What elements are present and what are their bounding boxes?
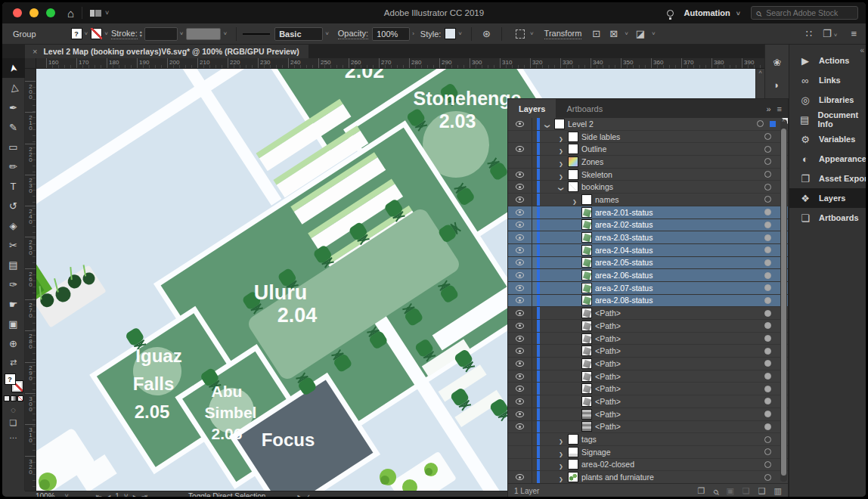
zoom-window-button[interactable] [46, 8, 55, 17]
target-circle[interactable] [764, 423, 771, 430]
layer-name[interactable]: Skeleton [581, 170, 612, 179]
target-circle[interactable] [757, 120, 764, 127]
expand-chevron-icon[interactable] [571, 293, 578, 307]
width-profile-dropdown[interactable] [186, 28, 221, 40]
layer-name[interactable]: tags [581, 435, 597, 444]
layer-row[interactable]: tags [508, 433, 788, 446]
expand-chevron-icon[interactable] [571, 370, 578, 383]
layer-row[interactable]: <Path> [508, 307, 788, 320]
scissors-tool[interactable]: ✂ [2, 235, 25, 255]
layer-name[interactable]: <Path> [595, 384, 621, 393]
layer-thumbnail[interactable] [581, 321, 592, 331]
style-swatch[interactable] [445, 28, 456, 39]
layer-name[interactable]: <Path> [595, 372, 621, 381]
paintbrush-tool[interactable]: ✏ [2, 157, 25, 176]
visibility-toggle[interactable] [508, 370, 532, 383]
chevron-down-icon[interactable]: ˅ [85, 30, 88, 37]
target-circle[interactable] [764, 171, 771, 178]
gradient-tool[interactable]: ▤ [2, 255, 25, 274]
visibility-toggle[interactable] [508, 459, 532, 471]
visibility-toggle[interactable] [508, 295, 532, 307]
target-circle[interactable] [764, 322, 771, 329]
gradient-button[interactable] [11, 395, 17, 401]
eyedropper-tool[interactable]: ✑ [2, 274, 25, 294]
chevron-down-icon[interactable]: ˅ [530, 30, 534, 37]
type-tool[interactable]: T [2, 176, 25, 196]
more-tools-icon[interactable]: … [9, 431, 17, 440]
layer-thumbnail[interactable] [568, 434, 578, 445]
target-circle[interactable] [764, 335, 771, 342]
layer-row[interactable]: bookings [508, 181, 788, 194]
layer-name[interactable]: Side lables [581, 132, 620, 141]
target-circle[interactable] [764, 348, 771, 355]
layer-thumbnail[interactable] [581, 207, 592, 218]
layer-row[interactable]: area-2.06-status [508, 269, 788, 282]
fill-color-swatch[interactable]: ? [71, 28, 82, 39]
layers-scrollbar[interactable] [780, 119, 787, 482]
panel-variables[interactable]: ⚙ Variables [789, 129, 868, 149]
layer-thumbnail[interactable] [581, 232, 592, 243]
target-circle[interactable] [764, 234, 771, 241]
layer-thumbnail[interactable] [581, 371, 592, 382]
panel-artboards[interactable]: ❏ Artboards [789, 208, 868, 228]
layer-thumbnail[interactable] [568, 169, 578, 180]
horizontal-ruler[interactable]: 1601701801902002102202302402502602702802… [36, 58, 764, 69]
target-circle[interactable] [764, 448, 771, 455]
stroke-color-swatch[interactable] [91, 28, 102, 39]
layer-row[interactable]: area-2.07-status [508, 282, 788, 295]
hand-tool[interactable]: ☛ [2, 294, 25, 314]
visibility-toggle[interactable] [508, 446, 532, 458]
layer-thumbnail[interactable] [581, 257, 592, 268]
layer-thumbnail[interactable] [568, 157, 578, 167]
stroke-label[interactable]: Stroke: [111, 29, 138, 39]
layer-row[interactable]: <Path> [508, 358, 788, 370]
layer-thumbnail[interactable] [568, 181, 578, 192]
layer-row[interactable]: area-2.05-status [508, 257, 788, 270]
layer-name[interactable]: <Path> [595, 410, 621, 419]
target-circle[interactable] [764, 297, 771, 304]
recolor-artwork-icon[interactable]: ⊛ [482, 28, 491, 39]
layer-name[interactable]: area-2.01-status [595, 208, 653, 217]
fill-proxy[interactable]: ? [5, 373, 16, 385]
chevron-right-icon[interactable]: › [412, 30, 414, 37]
vertical-ruler[interactable]: 200210220230240250260270280290300310320 [25, 69, 36, 491]
layer-thumbnail[interactable] [581, 270, 592, 280]
target-circle[interactable] [764, 272, 771, 279]
select-similar-icon[interactable] [516, 29, 525, 39]
layer-row[interactable]: Side lables [508, 131, 788, 144]
layer-name[interactable]: area-2.02-status [595, 220, 653, 229]
close-window-button[interactable] [13, 8, 22, 17]
layer-name[interactable]: <Path> [595, 321, 621, 330]
visibility-toggle[interactable] [508, 206, 532, 219]
visibility-toggle[interactable] [508, 156, 532, 168]
minimize-window-button[interactable] [29, 8, 39, 17]
stock-search[interactable]: ϙ [751, 6, 858, 20]
visibility-toggle[interactable] [508, 257, 532, 269]
expand-chevron-icon[interactable] [571, 408, 578, 421]
eraser-tool[interactable]: ◈ [2, 215, 25, 235]
expand-chevron-icon[interactable] [571, 357, 578, 370]
artboard-tool[interactable]: ▣ [2, 314, 25, 333]
expand-chevron-icon[interactable] [571, 332, 578, 346]
layer-row[interactable]: <Path> [508, 421, 788, 434]
panel-links[interactable]: ∞ Links [789, 70, 868, 90]
layer-row[interactable]: Zones [508, 156, 788, 169]
zoom-tool[interactable]: ⊕ [2, 333, 25, 353]
target-circle[interactable] [764, 259, 771, 266]
layer-name[interactable]: <Path> [595, 397, 621, 406]
layer-row[interactable]: area-2.02-status [508, 219, 788, 232]
chevron-down-icon[interactable]: ˅ [105, 9, 109, 17]
panel-menu-icon[interactable]: ≡ [851, 28, 857, 39]
prev-artboard-icon[interactable]: ◂ [107, 492, 110, 499]
visibility-toggle[interactable] [508, 358, 532, 370]
expand-chevron-icon[interactable] [571, 231, 578, 244]
panel-document-info[interactable]: ▤ Document Info [789, 110, 868, 129]
rectangle-tool[interactable]: ▭ [2, 137, 25, 157]
target-circle[interactable] [764, 436, 771, 443]
visibility-toggle[interactable] [508, 333, 532, 345]
chevron-down-icon[interactable]: ˅ [124, 492, 129, 499]
chevron-down-icon[interactable]: ˅ [223, 30, 227, 37]
make-mask-icon[interactable]: ▣ [726, 486, 733, 496]
layer-name[interactable]: plants and furniature [581, 473, 654, 482]
layer-thumbnail[interactable] [581, 346, 592, 356]
